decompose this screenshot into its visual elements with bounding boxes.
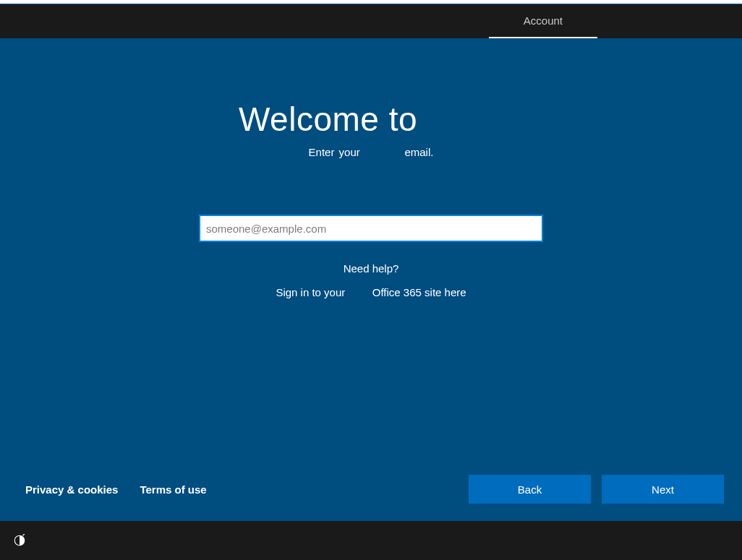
subtitle: Enter your email. [309,146,434,158]
privacy-link[interactable]: Privacy & cookies [25,483,118,496]
subtitle-part1: Enter your [309,146,360,158]
main-panel: Welcome to Enter your email. Need help? … [0,38,742,521]
center-column: Welcome to Enter your email. Need help? … [199,100,543,298]
tab-account-label: Account [524,14,563,27]
bottom-links: Privacy & cookies Terms of use [25,483,207,496]
signin-part1: Sign in to your [276,286,345,298]
back-button[interactable]: Back [469,475,591,504]
button-row: Back Next [469,475,724,504]
terms-link[interactable]: Terms of use [140,483,206,496]
email-input[interactable] [199,215,543,242]
need-help-link[interactable]: Need help? [344,262,399,275]
next-button[interactable]: Next [602,475,724,504]
next-button-label: Next [652,483,674,496]
accessibility-icon[interactable] [13,534,26,547]
subtitle-gap [360,146,405,158]
subtitle-part2: email. [404,146,433,158]
page-title: Welcome to [199,100,417,139]
need-help-label: Need help? [344,262,399,275]
terms-link-label: Terms of use [140,483,206,496]
top-bar: Account [0,4,742,38]
signin-gap [345,286,372,298]
back-button-label: Back [518,483,542,496]
privacy-link-label: Privacy & cookies [25,483,118,496]
signin-o365-link[interactable]: Sign in to your Office 365 site here [276,286,466,298]
footer-bar [0,521,742,560]
tab-account[interactable]: Account [489,4,597,38]
svg-line-1 [23,534,25,535]
bottom-row: Privacy & cookies Terms of use Back Next [0,475,742,504]
signin-part2: Office 365 site here [372,286,466,298]
